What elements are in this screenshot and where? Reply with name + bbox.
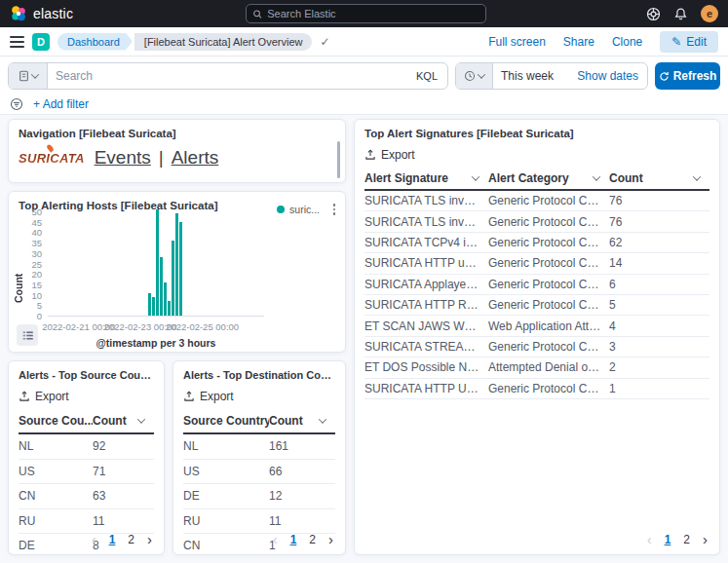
share-link[interactable]: Share: [563, 35, 594, 49]
table-cell: Generic Protocol Comman...: [488, 215, 609, 229]
table-cell: SURICATA STREAM Packe...: [364, 340, 488, 354]
next-page-icon[interactable]: ›: [147, 531, 152, 547]
table-cell: Generic Protocol Comman...: [488, 298, 609, 312]
chart-bar[interactable]: [160, 257, 163, 316]
chevron-down-icon: [30, 70, 38, 78]
list-icon: [21, 329, 34, 342]
y-axis-tick: 0: [11, 311, 42, 321]
y-axis-tick: 20: [11, 269, 42, 280]
column-header[interactable]: Source Country: [183, 414, 269, 428]
table-cell: Generic Protocol Comman...: [488, 340, 609, 354]
panel-options-icon[interactable]: [331, 202, 338, 217]
navigation-content: SURICATA Events | Alerts: [9, 139, 345, 169]
sort-chevron-icon[interactable]: [319, 415, 326, 423]
previous-page-icon[interactable]: ‹: [647, 531, 652, 547]
y-axis-tick: 15: [11, 280, 42, 290]
y-axis-tick: 10: [11, 290, 42, 301]
table-cell: 62: [609, 236, 709, 249]
panel-title: Alerts - Top Source Countries [Fileb...: [9, 361, 164, 381]
sort-chevron-icon[interactable]: [472, 172, 479, 180]
export-button[interactable]: Export: [9, 381, 79, 409]
saved-query-menu-button[interactable]: [9, 63, 48, 89]
column-header[interactable]: Source Cou...: [19, 414, 93, 428]
chart-bar[interactable]: [152, 297, 155, 316]
notifications-icon[interactable]: [673, 7, 688, 21]
table-cell: US: [183, 465, 269, 478]
table-cell: ET SCAN JAWS Webserve...: [364, 319, 488, 333]
table-cell: Generic Protocol Comman...: [488, 236, 609, 249]
help-icon[interactable]: [646, 7, 661, 21]
suricata-logo: SURICATA: [19, 151, 85, 166]
chart-bar[interactable]: [148, 293, 151, 317]
alerts-link[interactable]: Alerts: [172, 147, 219, 169]
page-number[interactable]: 2: [309, 533, 316, 546]
chart-bar[interactable]: [164, 282, 167, 316]
refresh-icon: [659, 71, 670, 82]
chart-legend[interactable]: suric...: [277, 204, 320, 215]
chart-bar[interactable]: [172, 241, 174, 316]
refresh-button[interactable]: Refresh: [655, 62, 720, 90]
table-cell: Generic Protocol Comman...: [488, 256, 609, 270]
table-cell: US: [19, 465, 93, 478]
chart-bar[interactable]: [156, 209, 159, 316]
column-header[interactable]: Count: [93, 414, 154, 428]
table-row: US66: [183, 460, 335, 485]
table-cell: DE: [19, 539, 93, 552]
show-dates-link[interactable]: Show dates: [577, 69, 647, 83]
column-header[interactable]: Count: [269, 414, 335, 428]
saved-check-icon: ✓: [320, 35, 329, 49]
export-button[interactable]: Export: [355, 139, 425, 168]
global-search-box[interactable]: [246, 4, 486, 23]
table-row: SURICATA HTTP Request ...Generic Protoco…: [364, 295, 709, 316]
sort-chevron-icon[interactable]: [137, 415, 145, 423]
column-header[interactable]: Alert Category: [488, 171, 609, 185]
export-icon: [19, 391, 30, 402]
panel-title: Top Alert Signatures [Filebeat Suricata]: [355, 120, 719, 139]
add-filter-link[interactable]: + Add filter: [33, 97, 89, 111]
dashboard-app-badge[interactable]: D: [32, 33, 50, 51]
menu-icon[interactable]: [10, 36, 24, 48]
legend-toggle-button[interactable]: [17, 324, 38, 346]
time-range-value[interactable]: This week: [493, 69, 577, 83]
panel-scrollbar[interactable]: [337, 141, 340, 178]
column-header[interactable]: Count: [609, 171, 709, 185]
table-cell: 63: [93, 489, 154, 503]
filter-icon[interactable]: [10, 97, 23, 111]
elastic-logo-icon: [10, 5, 27, 22]
sort-chevron-icon[interactable]: [693, 172, 701, 180]
events-link[interactable]: Events: [95, 147, 151, 169]
full-screen-link[interactable]: Full screen: [488, 35, 546, 49]
global-search-input[interactable]: [267, 8, 479, 19]
sort-chevron-icon[interactable]: [593, 172, 600, 180]
next-page-icon[interactable]: ›: [328, 531, 333, 547]
page-number[interactable]: 1: [665, 533, 671, 546]
x-axis-line: [48, 316, 264, 317]
kql-search-input[interactable]: [48, 69, 406, 83]
page-number[interactable]: 2: [128, 533, 134, 546]
user-avatar[interactable]: e: [701, 5, 718, 22]
chevron-down-icon: [478, 70, 485, 78]
table-cell: Generic Protocol Comman...: [488, 278, 609, 291]
previous-page-icon[interactable]: ‹: [92, 531, 96, 547]
page-number[interactable]: 1: [290, 533, 297, 546]
edit-button[interactable]: ✎ Edit: [660, 31, 718, 53]
table-cell: RU: [19, 514, 93, 528]
column-header[interactable]: Alert Signature: [364, 171, 488, 185]
chart-bar[interactable]: [175, 213, 178, 316]
chart-bar[interactable]: [179, 222, 182, 316]
table-cell: 11: [93, 514, 154, 528]
breadcrumb-dashboard[interactable]: Dashboard: [57, 33, 133, 51]
elastic-brand[interactable]: elastic: [10, 5, 73, 22]
time-picker-menu-button[interactable]: [456, 63, 493, 89]
page-number[interactable]: 2: [683, 533, 690, 546]
chart-bar[interactable]: [168, 301, 171, 316]
page-number[interactable]: 1: [109, 533, 116, 546]
table-cell: Generic Protocol Comman...: [488, 382, 609, 395]
global-header: elastic e: [0, 0, 728, 27]
clone-link[interactable]: Clone: [612, 35, 642, 49]
kql-language-button[interactable]: KQL: [406, 70, 447, 82]
table-cell: SURICATA HTTP unable t...: [364, 256, 488, 270]
next-page-icon[interactable]: ›: [703, 531, 708, 547]
previous-page-icon[interactable]: ‹: [273, 531, 278, 547]
export-button[interactable]: Export: [173, 381, 244, 409]
